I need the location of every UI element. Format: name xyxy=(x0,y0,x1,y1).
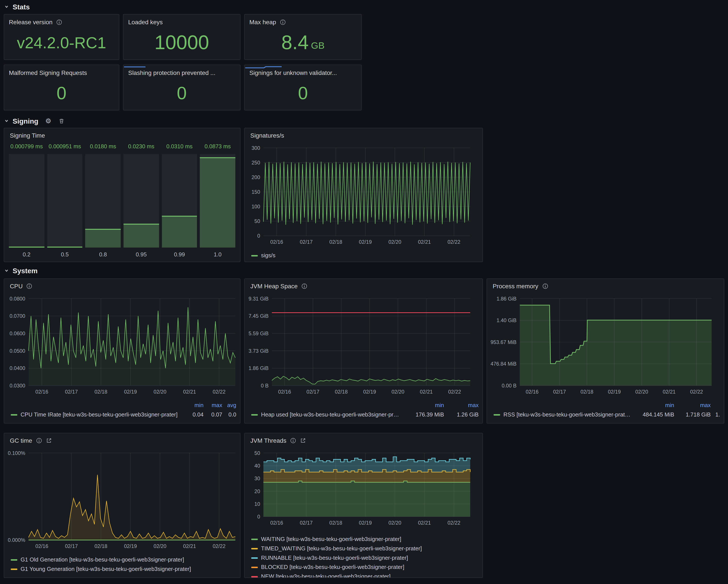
svg-text:02/16: 02/16 xyxy=(278,389,291,395)
legend-stat-value: 1.718 GiB xyxy=(674,411,711,418)
signing-time-bar: 0.000951 ms0.5 xyxy=(47,143,82,259)
legend-item: RSS [teku-w3s-besu-teku-goerli-web3signe… xyxy=(494,410,720,419)
panel-cpu: CPU 02/1602/1702/1802/1902/2002/2102/220… xyxy=(4,278,240,424)
svg-text:02/21: 02/21 xyxy=(418,239,431,245)
legend-stat-header[interactable]: max xyxy=(674,402,711,409)
external-link-icon[interactable] xyxy=(300,437,306,443)
bar-x-label: 0.8 xyxy=(85,248,121,259)
svg-text:02/22: 02/22 xyxy=(448,520,461,526)
chevron-down-icon xyxy=(4,268,9,274)
legend-series-label[interactable]: WAITING [teku-w3s-besu-teku-goerli-web3s… xyxy=(261,536,401,542)
legend-series-label[interactable]: TIMED_WAITING [teku-w3s-besu-teku-goerli… xyxy=(261,545,422,552)
info-icon[interactable] xyxy=(36,437,42,443)
chevron-down-icon xyxy=(4,4,9,9)
legend-stat-header[interactable]: max xyxy=(444,402,479,409)
svg-text:02/21: 02/21 xyxy=(183,389,196,395)
legend-series-label[interactable]: sigs/s xyxy=(261,252,276,259)
svg-text:300: 300 xyxy=(252,145,260,151)
bar-fill xyxy=(47,246,82,248)
section-header-system[interactable]: System xyxy=(4,265,37,276)
legend-stat-header[interactable]: min xyxy=(185,402,204,409)
bar-x-label: 0.5 xyxy=(47,248,82,259)
section-header-stats[interactable]: Stats xyxy=(4,1,30,12)
legend-series-label[interactable]: BLOCKED [teku-w3s-besu-teku-goerli-web3s… xyxy=(261,564,405,570)
legend-series-label[interactable]: RUNNABLE [teku-w3s-besu-teku-goerli-web3… xyxy=(261,555,408,561)
legend-item: CPU Time IRate [teku-w3s-besu-teku-goerl… xyxy=(11,410,236,419)
jvm-threads-chart: 02/1602/1702/1802/1902/2002/2102/2250403… xyxy=(245,446,482,530)
legend-header-row: minmax xyxy=(251,401,479,410)
panel-title[interactable]: Release version xyxy=(9,19,53,26)
external-link-icon[interactable] xyxy=(46,437,52,443)
section-title: System xyxy=(13,266,37,274)
stat-value: 0 xyxy=(56,84,67,102)
panel-title[interactable]: JVM Threads xyxy=(250,437,286,444)
bar-fill xyxy=(162,215,197,248)
svg-text:953.67 MiB: 953.67 MiB xyxy=(490,339,516,345)
panel-jvm-threads: JVM Threads 02/1602/1702/1802/1902/2002/… xyxy=(244,433,483,578)
info-icon[interactable] xyxy=(290,437,296,443)
gear-icon[interactable]: ⚙ xyxy=(46,118,51,124)
panel-title[interactable]: Loaded keys xyxy=(128,19,163,26)
legend-stat-header[interactable]: avg xyxy=(222,402,236,409)
svg-text:5.59 GiB: 5.59 GiB xyxy=(249,331,268,336)
bar-value-label: 0.0180 ms xyxy=(85,143,121,152)
svg-text:50: 50 xyxy=(254,219,260,224)
legend-series-label[interactable]: NEW [teku-w3s-besu-teku-goerli-web3signe… xyxy=(261,573,391,578)
info-icon[interactable] xyxy=(56,19,62,25)
legend-stat-value: 0.07 xyxy=(204,411,222,418)
svg-text:02/18: 02/18 xyxy=(329,520,342,526)
panel-title[interactable]: GC time xyxy=(10,437,32,444)
info-icon[interactable] xyxy=(542,283,548,289)
legend-stat-header[interactable]: min xyxy=(401,402,444,409)
svg-text:0: 0 xyxy=(257,514,260,519)
panel-title[interactable]: Signing Time xyxy=(10,132,45,139)
info-icon[interactable] xyxy=(301,283,308,289)
jvm-heap-legend: minmaxHeap used [teku-w3s-besu-teku-goer… xyxy=(245,400,482,419)
legend-item: NEW [teku-w3s-besu-teku-goerli-web3signe… xyxy=(251,572,479,578)
svg-text:02/18: 02/18 xyxy=(95,389,107,395)
panel-title[interactable]: Max heap xyxy=(249,19,276,26)
svg-text:02/19: 02/19 xyxy=(608,389,621,395)
info-icon[interactable] xyxy=(280,19,286,25)
bar-value-label: 0.0230 ms xyxy=(124,143,159,152)
legend-stat-header[interactable]: min xyxy=(631,402,674,409)
legend-series-label[interactable]: G1 Old Generation [teku-w3s-besu-teku-go… xyxy=(21,557,184,563)
panel-unknown-validator-signings: Signings for unknown validator... 0 xyxy=(244,65,362,110)
signing-time-bar: 0.0180 ms0.8 xyxy=(85,143,121,259)
legend-series-color xyxy=(251,538,258,540)
panel-title[interactable]: CPU xyxy=(10,282,23,289)
legend-series-label[interactable]: RSS [teku-w3s-besu-teku-goerli-web3signe… xyxy=(503,411,631,418)
panel-title[interactable]: Signatures/s xyxy=(250,132,284,139)
bar-x-label: 0.95 xyxy=(124,248,159,259)
panel-title[interactable]: Process memory xyxy=(493,282,538,289)
svg-text:02/20: 02/20 xyxy=(154,389,166,395)
info-icon[interactable] xyxy=(26,283,32,289)
bar-fill xyxy=(124,224,159,248)
svg-text:1.40 GiB: 1.40 GiB xyxy=(497,318,517,323)
svg-text:02/22: 02/22 xyxy=(448,389,461,395)
signing-time-bar: 0.0310 ms0.99 xyxy=(162,143,197,259)
panel-title[interactable]: Slashing protection prevented ... xyxy=(128,69,215,76)
bar-fill xyxy=(85,229,121,248)
legend-stat-value: 176.39 MiB xyxy=(401,411,444,418)
legend-series-label[interactable]: CPU Time IRate [teku-w3s-besu-teku-goerl… xyxy=(21,411,178,418)
section-header-signing[interactable]: Signing ⚙ xyxy=(4,115,64,126)
trash-icon[interactable] xyxy=(58,118,64,124)
panel-title[interactable]: Malformed Signing Requests xyxy=(9,69,87,76)
legend-item: WAITING [teku-w3s-besu-teku-goerli-web3s… xyxy=(251,534,479,544)
grafana-dashboard: Stats Release version v24.2.0-RC1 Loaded… xyxy=(0,0,728,584)
panel-title[interactable]: Signings for unknown validator... xyxy=(249,69,337,76)
panel-title[interactable]: JVM Heap Space xyxy=(250,282,297,289)
svg-text:02/16: 02/16 xyxy=(270,239,283,245)
svg-text:0.0300: 0.0300 xyxy=(9,383,25,388)
jvm-threads-legend: WAITING [teku-w3s-besu-teku-goerli-web3s… xyxy=(245,530,482,578)
legend-stat-header[interactable]: max xyxy=(204,402,222,409)
legend-series-label[interactable]: Heap used [teku-w3s-besu-teku-goerli-web… xyxy=(261,411,401,418)
svg-text:0.0400: 0.0400 xyxy=(9,365,25,371)
svg-text:0.00 B: 0.00 B xyxy=(501,383,516,388)
legend-series-label[interactable]: G1 Young Generation [teku-w3s-besu-teku-… xyxy=(21,566,191,572)
legend-item: G1 Old Generation [teku-w3s-besu-teku-go… xyxy=(11,555,236,564)
gc-time-chart: 02/1602/1702/1802/1902/2002/2102/220.100… xyxy=(4,446,240,554)
svg-text:02/17: 02/17 xyxy=(65,389,78,395)
panel-gc-time: GC time 02/1602/1702/1802/1902/2002/2102… xyxy=(4,433,240,578)
